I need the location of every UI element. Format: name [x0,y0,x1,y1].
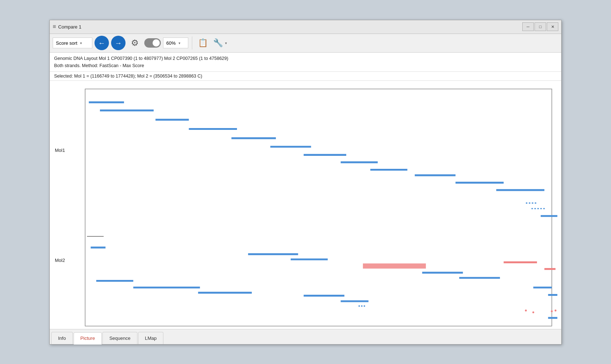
svg-rect-0 [85,89,552,326]
svg-point-35 [525,310,527,311]
tab-picture-label: Picture [80,336,95,341]
tab-info[interactable]: Info [51,332,73,344]
tab-sequence-label: Sequence [109,336,131,341]
score-sort-dropdown[interactable]: Score sort ▾ [53,38,92,48]
title-bar: ≡ Compare 1 ─ □ ✕ [50,20,561,34]
minimize-button[interactable]: ─ [522,22,534,31]
wrench-button[interactable]: 🔧 ▾ [212,36,228,50]
zoom-value: 60% [166,40,176,46]
app-icon: ≡ [53,23,56,30]
close-button[interactable]: ✕ [547,22,558,31]
title-bar-controls: ─ □ ✕ [522,22,558,31]
chevron-down-icon: ▾ [80,41,82,45]
svg-point-36 [532,311,534,313]
svg-point-32 [364,305,365,307]
toolbar: Score sort ▾ ← → ⚙ 60% ▾ 📋 🔧 ▾ [50,34,561,53]
selected-bar: Selected: Mol 1 = (1166749 to 1774428); … [50,72,561,81]
forward-icon: → [115,39,122,47]
toggle-circle [153,39,160,47]
back-icon: ← [98,39,105,47]
toggle-button[interactable] [144,38,161,48]
window-title: Compare 1 [58,24,81,30]
tab-lmap-label: LMap [145,336,157,341]
genome-visualization [50,81,561,329]
svg-point-37 [551,310,553,312]
zoom-chevron-icon: ▾ [179,41,180,45]
info-bar: Genomic DNA Layout Mol 1 CP007390 (1 to … [50,53,561,72]
settings-button[interactable]: ⚙ [128,36,142,50]
main-window: ≡ Compare 1 ─ □ ✕ Score sort ▾ ← → ⚙ 60%… [49,20,562,345]
back-button[interactable]: ← [94,36,109,50]
tab-info-label: Info [58,336,66,341]
info-line1: Genomic DNA Layout Mol 1 CP007390 (1 to … [54,55,557,62]
document-icon: 📋 [198,38,208,48]
score-sort-label: Score sort [56,40,77,46]
wrench-chevron-icon: ▾ [225,41,227,45]
svg-point-31 [361,305,362,307]
tab-picture[interactable]: Picture [74,332,102,345]
selected-text: Selected: Mol 1 = (1166749 to 1774428); … [54,74,202,79]
forward-button[interactable]: → [111,36,126,50]
visualization-area: Mol1 Mol2 [50,81,561,329]
zoom-dropdown[interactable]: 60% ▾ [163,38,188,48]
document-button[interactable]: 📋 [196,36,210,50]
restore-button[interactable]: □ [535,22,546,31]
info-line2: Both strands. Method: FastScan - Max Sco… [54,62,557,69]
gear-icon: ⚙ [131,38,139,48]
tab-lmap[interactable]: LMap [138,332,164,344]
title-bar-left: ≡ Compare 1 [53,23,82,30]
tab-sequence[interactable]: Sequence [102,332,137,344]
svg-point-38 [555,310,557,311]
svg-point-30 [359,305,360,307]
bottom-tabs: Info Picture Sequence LMap [50,329,561,344]
wrench-icon: 🔧 [213,38,223,48]
toolbar-separator [192,36,192,49]
